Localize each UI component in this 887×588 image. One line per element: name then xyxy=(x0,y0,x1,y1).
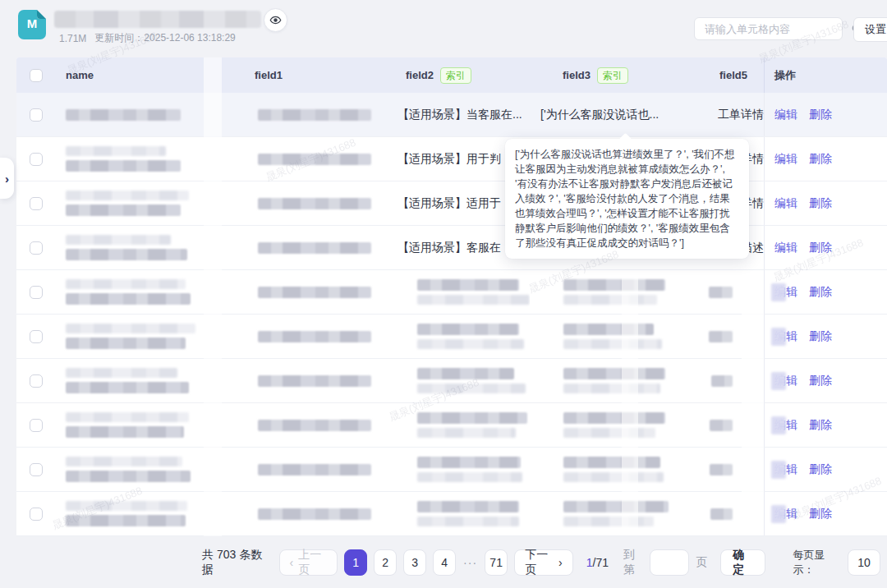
redacted-field2 xyxy=(417,279,519,291)
cell-search-input[interactable] xyxy=(703,22,851,36)
row-checkbox[interactable] xyxy=(30,241,43,255)
row-checkbox[interactable] xyxy=(30,419,43,432)
redacted-name xyxy=(66,324,195,333)
redacted-name xyxy=(66,249,187,260)
goto-page-input[interactable] xyxy=(650,549,689,576)
redacted-field2 xyxy=(417,368,514,379)
table-row[interactable]: 【适用场景】适用于 工单详情 编辑 删除 xyxy=(16,181,887,226)
redacted-name xyxy=(66,382,189,393)
page-button-4[interactable]: 4 xyxy=(433,549,456,576)
page-button-1[interactable]: 1 xyxy=(344,549,367,576)
row-checkbox[interactable] xyxy=(30,153,43,166)
select-all-checkbox[interactable] xyxy=(30,69,43,82)
table-row[interactable]: 编辑 删除 xyxy=(16,315,887,359)
index-badge: 索引 xyxy=(597,67,628,84)
cell-field2: 【适用场景】当客服在... xyxy=(398,108,522,122)
page-button-2[interactable]: 2 xyxy=(374,549,397,576)
edit-link[interactable]: 编辑 xyxy=(774,152,797,167)
redacted-smudge xyxy=(771,283,786,301)
cell-search-box xyxy=(694,17,843,40)
total-count-text: 共 703 条数据 xyxy=(202,548,264,577)
table-row[interactable]: 编辑 删除 xyxy=(16,448,887,492)
redacted-field3 xyxy=(563,279,665,291)
chevron-right-icon: › xyxy=(5,172,9,186)
sidebar-expand-handle[interactable]: › xyxy=(0,158,14,199)
file-meta: 1.71M 更新时间：2025-12-06 13:18:29 xyxy=(59,31,236,45)
redacted-name xyxy=(66,279,186,289)
redacted-field1 xyxy=(258,331,371,342)
cell-field2: 【适用场景】适用于 xyxy=(398,196,501,211)
redacted-name xyxy=(66,368,177,378)
settings-button[interactable]: 设置 xyxy=(853,17,887,42)
redacted-field3 xyxy=(563,517,654,526)
redacted-field3 xyxy=(563,428,655,438)
goto-unit: 页 xyxy=(696,555,707,570)
row-checkbox[interactable] xyxy=(30,374,43,388)
redacted-name xyxy=(66,160,181,172)
goto-confirm-button[interactable]: 确定 xyxy=(720,549,765,576)
row-checkbox[interactable] xyxy=(30,463,43,476)
cell-field3[interactable]: ['为什么客服没说话也... xyxy=(540,108,659,122)
delete-link[interactable]: 删除 xyxy=(809,241,832,255)
delete-link[interactable]: 删除 xyxy=(809,329,832,344)
redacted-name xyxy=(66,235,171,245)
redacted-field1 xyxy=(258,420,371,431)
redacted-field2 xyxy=(417,472,522,482)
page-size-select[interactable]: 10 xyxy=(848,549,880,576)
redacted-field2 xyxy=(417,295,530,305)
redacted-field3 xyxy=(563,368,665,379)
redacted-name xyxy=(66,412,189,422)
redacted-field2 xyxy=(417,428,516,438)
delete-link[interactable]: 删除 xyxy=(809,374,832,388)
row-checkbox[interactable] xyxy=(30,508,43,521)
edit-link[interactable]: 编辑 xyxy=(774,108,797,122)
redacted-field3 xyxy=(563,295,657,305)
redacted-field1 xyxy=(258,242,371,254)
redacted-name xyxy=(66,501,187,511)
row-checkbox[interactable] xyxy=(30,330,43,343)
cell-field5: 工单详情 xyxy=(718,108,764,122)
page-size-label: 每页显示： xyxy=(793,548,839,577)
redacted-name xyxy=(66,293,191,305)
table-row[interactable]: 【适用场景】用于判 工单详情 编辑 删除 xyxy=(16,137,887,181)
edit-link[interactable]: 编辑 xyxy=(774,196,797,211)
redacted-name xyxy=(66,109,181,121)
row-checkbox[interactable] xyxy=(30,197,43,210)
chevron-left-icon: ‹ xyxy=(290,556,294,569)
edit-link[interactable]: 编辑 xyxy=(774,241,797,255)
redacted-field1 xyxy=(258,508,371,520)
index-badge: 索引 xyxy=(440,67,471,84)
delete-link[interactable]: 删除 xyxy=(809,152,832,167)
page-button-3[interactable]: 3 xyxy=(403,549,426,576)
delete-link[interactable]: 删除 xyxy=(809,418,832,433)
delete-link[interactable]: 删除 xyxy=(809,108,832,122)
column-header-field2: field2索引 xyxy=(379,57,530,93)
row-checkbox[interactable] xyxy=(30,108,43,122)
table-row[interactable]: 编辑 删除 xyxy=(16,270,887,315)
redacted-field2 xyxy=(417,384,526,393)
pagination-bar: 共 703 条数据 ‹ 上一页 1 2 3 4 ··· 71 下一页 › 1/7… xyxy=(0,536,887,588)
delete-link[interactable]: 删除 xyxy=(809,196,832,211)
redacted-name xyxy=(66,471,191,482)
table-row[interactable]: 编辑 删除 xyxy=(16,492,887,536)
redacted-name xyxy=(66,204,181,216)
next-page-button[interactable]: 下一页 › xyxy=(514,549,573,576)
table-row[interactable]: 编辑 删除 xyxy=(16,403,887,448)
redacted-field3 xyxy=(563,324,654,335)
redacted-field3 xyxy=(563,339,662,349)
prev-page-button[interactable]: ‹ 上一页 xyxy=(279,549,338,576)
column-header-field1: field1 xyxy=(238,57,379,93)
redacted-field1 xyxy=(258,109,371,121)
delete-link[interactable]: 删除 xyxy=(809,462,832,477)
page-button-last[interactable]: 71 xyxy=(485,549,508,576)
delete-link[interactable]: 删除 xyxy=(809,285,832,300)
row-checkbox[interactable] xyxy=(30,286,43,299)
table-row[interactable]: 编辑 删除 xyxy=(16,359,887,403)
cell-content-tooltip: ['为什么客服没说话也算进绩效里了？', '我们不想让客服因为主动发消息就被算成… xyxy=(505,139,749,259)
table-row[interactable]: 【适用场景】当客服在... ['为什么客服没说话也... 工单详情 编辑 删除 xyxy=(16,93,887,137)
delete-link[interactable]: 删除 xyxy=(809,507,832,521)
redacted-field5 xyxy=(709,331,733,342)
table-row[interactable]: 【适用场景】客服在 工单描述 编辑 删除 xyxy=(16,226,887,270)
redacted-smudge xyxy=(771,505,786,523)
preview-button[interactable] xyxy=(264,8,287,32)
